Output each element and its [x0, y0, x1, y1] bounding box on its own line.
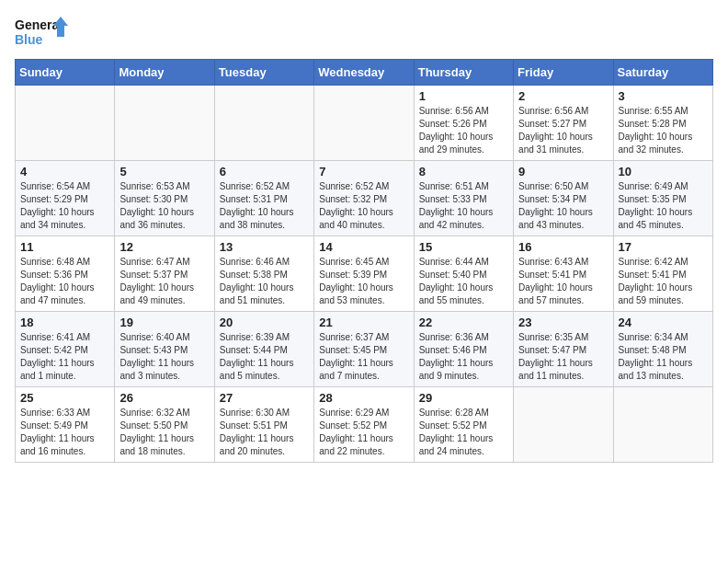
day-info: Sunrise: 6:28 AM Sunset: 5:52 PM Dayligh… — [419, 407, 508, 458]
day-info: Sunrise: 6:52 AM Sunset: 5:32 PM Dayligh… — [319, 180, 408, 232]
day-number: 19 — [119, 316, 209, 329]
day-number: 20 — [220, 316, 309, 329]
day-info: Sunrise: 6:45 AM Sunset: 5:39 PM Dayligh… — [319, 256, 408, 307]
day-info: Sunrise: 6:46 AM Sunset: 5:38 PM Dayligh… — [220, 256, 309, 307]
day-info: Sunrise: 6:36 AM Sunset: 5:46 PM Dayligh… — [419, 331, 508, 383]
day-info: Sunrise: 6:39 AM Sunset: 5:44 PM Dayligh… — [220, 331, 309, 383]
day-number: 9 — [518, 165, 608, 178]
weekday-header: Sunday — [16, 60, 115, 86]
calendar-cell: 1Sunrise: 6:56 AM Sunset: 5:26 PM Daylig… — [414, 86, 513, 161]
page-header: General Blue — [15, 15, 713, 52]
day-number: 12 — [119, 240, 209, 254]
day-info: Sunrise: 6:56 AM Sunset: 5:26 PM Dayligh… — [419, 105, 508, 156]
calendar-cell: 7Sunrise: 6:52 AM Sunset: 5:32 PM Daylig… — [314, 161, 414, 236]
calendar-cell: 20Sunrise: 6:39 AM Sunset: 5:44 PM Dayli… — [214, 312, 313, 387]
day-info: Sunrise: 6:49 AM Sunset: 5:35 PM Dayligh… — [619, 180, 708, 232]
weekday-header: Saturday — [613, 60, 712, 86]
weekday-header: Monday — [115, 60, 214, 86]
day-number: 25 — [20, 391, 109, 405]
day-number: 18 — [20, 316, 109, 329]
day-info: Sunrise: 6:33 AM Sunset: 5:49 PM Dayligh… — [20, 407, 109, 458]
calendar-cell: 13Sunrise: 6:46 AM Sunset: 5:38 PM Dayli… — [214, 236, 313, 312]
day-info: Sunrise: 6:30 AM Sunset: 5:51 PM Dayligh… — [220, 407, 309, 458]
calendar-cell: 5Sunrise: 6:53 AM Sunset: 5:30 PM Daylig… — [115, 161, 214, 236]
calendar-week-row: 25Sunrise: 6:33 AM Sunset: 5:49 PM Dayli… — [16, 387, 713, 463]
day-info: Sunrise: 6:44 AM Sunset: 5:40 PM Dayligh… — [419, 256, 508, 307]
calendar-cell — [314, 86, 414, 161]
day-info: Sunrise: 6:47 AM Sunset: 5:37 PM Dayligh… — [119, 256, 209, 307]
calendar-cell: 15Sunrise: 6:44 AM Sunset: 5:40 PM Dayli… — [414, 236, 513, 312]
calendar-cell: 16Sunrise: 6:43 AM Sunset: 5:41 PM Dayli… — [514, 236, 613, 312]
day-number: 22 — [419, 316, 508, 329]
day-number: 28 — [319, 391, 408, 405]
day-info: Sunrise: 6:48 AM Sunset: 5:36 PM Dayligh… — [20, 256, 109, 307]
day-number: 16 — [518, 240, 608, 254]
logo: General Blue — [15, 15, 70, 52]
day-number: 21 — [319, 316, 408, 329]
day-number: 29 — [419, 391, 508, 405]
calendar-cell: 28Sunrise: 6:29 AM Sunset: 5:52 PM Dayli… — [314, 387, 414, 463]
calendar-cell: 14Sunrise: 6:45 AM Sunset: 5:39 PM Dayli… — [314, 236, 414, 312]
day-info: Sunrise: 6:42 AM Sunset: 5:41 PM Dayligh… — [619, 256, 708, 307]
calendar-cell: 25Sunrise: 6:33 AM Sunset: 5:49 PM Dayli… — [16, 387, 115, 463]
day-info: Sunrise: 6:29 AM Sunset: 5:52 PM Dayligh… — [319, 407, 408, 458]
day-number: 3 — [619, 89, 708, 103]
calendar-cell — [16, 86, 115, 161]
day-info: Sunrise: 6:43 AM Sunset: 5:41 PM Dayligh… — [518, 256, 608, 307]
day-number: 17 — [619, 240, 708, 254]
calendar-cell: 26Sunrise: 6:32 AM Sunset: 5:50 PM Dayli… — [115, 387, 214, 463]
day-number: 14 — [319, 240, 408, 254]
day-info: Sunrise: 6:50 AM Sunset: 5:34 PM Dayligh… — [518, 180, 608, 232]
calendar-cell: 3Sunrise: 6:55 AM Sunset: 5:28 PM Daylig… — [613, 86, 712, 161]
day-info: Sunrise: 6:34 AM Sunset: 5:48 PM Dayligh… — [619, 331, 708, 383]
day-number: 4 — [20, 165, 109, 178]
day-info: Sunrise: 6:35 AM Sunset: 5:47 PM Dayligh… — [518, 331, 608, 383]
day-number: 1 — [419, 89, 508, 103]
day-number: 15 — [419, 240, 508, 254]
day-info: Sunrise: 6:54 AM Sunset: 5:29 PM Dayligh… — [20, 180, 109, 232]
day-info: Sunrise: 6:52 AM Sunset: 5:31 PM Dayligh… — [220, 180, 309, 232]
calendar-cell: 11Sunrise: 6:48 AM Sunset: 5:36 PM Dayli… — [16, 236, 115, 312]
calendar-cell: 29Sunrise: 6:28 AM Sunset: 5:52 PM Dayli… — [414, 387, 513, 463]
day-info: Sunrise: 6:51 AM Sunset: 5:33 PM Dayligh… — [419, 180, 508, 232]
calendar-cell — [115, 86, 214, 161]
header-row: SundayMondayTuesdayWednesdayThursdayFrid… — [16, 60, 713, 86]
calendar-cell: 10Sunrise: 6:49 AM Sunset: 5:35 PM Dayli… — [613, 161, 712, 236]
calendar-cell: 4Sunrise: 6:54 AM Sunset: 5:29 PM Daylig… — [16, 161, 115, 236]
calendar-cell: 8Sunrise: 6:51 AM Sunset: 5:33 PM Daylig… — [414, 161, 513, 236]
calendar-cell: 2Sunrise: 6:56 AM Sunset: 5:27 PM Daylig… — [514, 86, 613, 161]
calendar-cell: 23Sunrise: 6:35 AM Sunset: 5:47 PM Dayli… — [514, 312, 613, 387]
weekday-header: Friday — [514, 60, 613, 86]
day-info: Sunrise: 6:37 AM Sunset: 5:45 PM Dayligh… — [319, 331, 408, 383]
weekday-header: Tuesday — [214, 60, 313, 86]
calendar-cell: 9Sunrise: 6:50 AM Sunset: 5:34 PM Daylig… — [514, 161, 613, 236]
day-number: 2 — [518, 89, 608, 103]
calendar-cell: 24Sunrise: 6:34 AM Sunset: 5:48 PM Dayli… — [613, 312, 712, 387]
calendar-cell: 21Sunrise: 6:37 AM Sunset: 5:45 PM Dayli… — [314, 312, 414, 387]
calendar-cell: 6Sunrise: 6:52 AM Sunset: 5:31 PM Daylig… — [214, 161, 313, 236]
calendar-cell: 22Sunrise: 6:36 AM Sunset: 5:46 PM Dayli… — [414, 312, 513, 387]
calendar-cell — [514, 387, 613, 463]
day-number: 11 — [20, 240, 109, 254]
calendar-cell: 17Sunrise: 6:42 AM Sunset: 5:41 PM Dayli… — [613, 236, 712, 312]
calendar-week-row: 11Sunrise: 6:48 AM Sunset: 5:36 PM Dayli… — [16, 236, 713, 312]
day-number: 23 — [518, 316, 608, 329]
day-info: Sunrise: 6:32 AM Sunset: 5:50 PM Dayligh… — [119, 407, 209, 458]
day-number: 24 — [619, 316, 708, 329]
calendar-week-row: 4Sunrise: 6:54 AM Sunset: 5:29 PM Daylig… — [16, 161, 713, 236]
day-info: Sunrise: 6:56 AM Sunset: 5:27 PM Dayligh… — [518, 105, 608, 156]
calendar-cell: 12Sunrise: 6:47 AM Sunset: 5:37 PM Dayli… — [115, 236, 214, 312]
calendar-table: SundayMondayTuesdayWednesdayThursdayFrid… — [15, 59, 713, 463]
day-number: 26 — [119, 391, 209, 405]
calendar-cell: 18Sunrise: 6:41 AM Sunset: 5:42 PM Dayli… — [16, 312, 115, 387]
day-number: 10 — [619, 165, 708, 178]
day-number: 7 — [319, 165, 408, 178]
calendar-week-row: 18Sunrise: 6:41 AM Sunset: 5:42 PM Dayli… — [16, 312, 713, 387]
calendar-cell — [613, 387, 712, 463]
day-info: Sunrise: 6:41 AM Sunset: 5:42 PM Dayligh… — [20, 331, 109, 383]
day-number: 6 — [220, 165, 309, 178]
svg-text:Blue: Blue — [15, 32, 43, 47]
calendar-cell: 19Sunrise: 6:40 AM Sunset: 5:43 PM Dayli… — [115, 312, 214, 387]
logo-svg: General Blue — [15, 15, 70, 52]
day-info: Sunrise: 6:40 AM Sunset: 5:43 PM Dayligh… — [119, 331, 209, 383]
